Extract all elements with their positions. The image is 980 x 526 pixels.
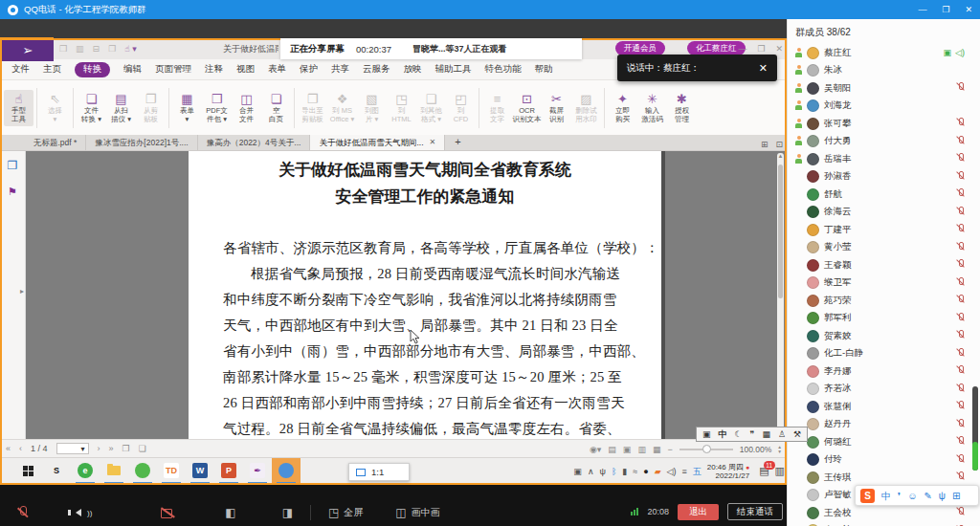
- member-row[interactable]: 化工-白静: [788, 345, 980, 363]
- ocr-text-button[interactable]: ⊡OCR识别文本: [512, 90, 542, 126]
- exit-button[interactable]: 退出: [678, 504, 719, 520]
- foxit-logo-icon[interactable]: ➢: [0, 37, 54, 61]
- ribbon-tab-11[interactable]: 云服务: [363, 63, 390, 76]
- sogou-toolbox-icon[interactable]: ⊞: [952, 491, 960, 501]
- network-icon[interactable]: ≡: [681, 467, 686, 476]
- scrollbar-thumb[interactable]: [778, 164, 783, 298]
- screenshot-ocr-button[interactable]: ✂截屏识别: [542, 90, 571, 126]
- sogou-punct-icon[interactable]: ❜: [898, 491, 901, 501]
- to-ms-office-button[interactable]: ❖到 MSOffice ▾: [327, 90, 357, 126]
- to-html-button[interactable]: ◳到HTML: [387, 90, 416, 126]
- sogou-lang-chinese[interactable]: 中: [881, 491, 891, 501]
- page-thumbnails-icon[interactable]: ❐: [8, 159, 18, 172]
- file-explorer[interactable]: [100, 458, 128, 484]
- wechat[interactable]: [128, 458, 157, 484]
- ribbon-tab-7[interactable]: 视图: [236, 63, 255, 76]
- close-icon[interactable]: ✕: [965, 5, 972, 14]
- member-row[interactable]: 徐海云: [788, 204, 980, 222]
- document-tab-2[interactable]: 豫冰雪应指办[2022]1号....: [86, 135, 197, 150]
- minimize-icon[interactable]: —: [918, 5, 926, 14]
- to-other-format-button[interactable]: ❑到其他格式 ▾: [416, 90, 446, 126]
- camera-button[interactable]: [161, 508, 175, 518]
- share-screen-button[interactable]: ◧: [225, 506, 235, 519]
- ribbon-tab-14[interactable]: 特色功能: [485, 63, 522, 76]
- merge-files-button[interactable]: ◫合并文件: [232, 90, 261, 126]
- restore-icon[interactable]: ❐: [942, 5, 949, 14]
- save-icon[interactable]: ▥: [76, 44, 84, 54]
- speaker-button[interactable]: )): [68, 509, 92, 517]
- document-tab-1[interactable]: 无标题.pdf *: [25, 135, 86, 150]
- last-page-icon[interactable]: »: [109, 444, 114, 453]
- document-tab-3[interactable]: 豫高办（2022）4号关于...: [198, 135, 311, 150]
- sogou-emoji-icon[interactable]: ☺: [907, 491, 917, 501]
- tab-close-icon[interactable]: ✕: [430, 135, 436, 150]
- account-button[interactable]: 化工蔡庄红: [687, 41, 746, 55]
- pdf-minimize-icon[interactable]: —: [738, 44, 746, 54]
- end-call-button[interactable]: 结束通话: [727, 503, 783, 520]
- sogou-logo-icon[interactable]: S: [860, 489, 875, 503]
- ribbon-tab-5[interactable]: 页面管理: [155, 63, 191, 76]
- member-row[interactable]: 苑巧荣: [788, 292, 980, 310]
- ime-tools-icon[interactable]: ⚒: [793, 429, 801, 439]
- tongdaxin-td[interactable]: TD: [157, 458, 186, 484]
- ribbon-tab-4[interactable]: 编辑: [123, 63, 142, 76]
- battery-icon[interactable]: ▮: [622, 467, 627, 476]
- foxit-pdf[interactable]: ✒: [243, 458, 272, 484]
- wegame-icon[interactable]: 五: [693, 467, 702, 476]
- page-fit-icon[interactable]: ⊡: [775, 140, 783, 149]
- fd-tray-icon[interactable]: ▰: [655, 467, 661, 476]
- rotate-view-icon[interactable]: ◉▾: [590, 445, 601, 454]
- ribbon-tab-6[interactable]: 注释: [205, 63, 223, 76]
- open-file-icon[interactable]: ❒: [59, 44, 67, 54]
- member-row[interactable]: 付玲: [788, 451, 980, 470]
- blank-page-button[interactable]: ❏空白页: [261, 90, 291, 126]
- fullscreen-button[interactable]: ◳ 全屏: [328, 506, 363, 519]
- member-row[interactable]: 贺素姣: [788, 327, 980, 345]
- form-button[interactable]: ▦表单▾: [172, 90, 202, 126]
- member-row[interactable]: 付大勇: [788, 133, 980, 151]
- member-row[interactable]: 赵丹丹: [788, 416, 980, 434]
- member-row[interactable]: 李丹娜: [788, 362, 980, 381]
- file-convert-button[interactable]: ❏文件转换 ▾: [77, 90, 106, 126]
- new-tab-button[interactable]: +: [455, 135, 460, 150]
- ribbon-tab-10[interactable]: 共享: [331, 63, 349, 76]
- view-mode-3-icon[interactable]: ▥: [637, 445, 646, 454]
- member-row[interactable]: 朱冰: [788, 62, 980, 80]
- ime-softkeyboard-icon[interactable]: ▦: [762, 429, 770, 439]
- ribbon-tab-9[interactable]: 保护: [300, 63, 318, 76]
- member-row[interactable]: 郭军利: [788, 310, 980, 328]
- member-row[interactable]: 舒航: [788, 186, 980, 204]
- export-clipboard-button[interactable]: ❐导出至剪贴板: [298, 90, 327, 126]
- view-mode-1-icon[interactable]: ▤: [608, 445, 616, 454]
- member-row[interactable]: 何璐红: [788, 433, 980, 451]
- member-row[interactable]: 张慧俐: [788, 398, 980, 416]
- open-membership-button[interactable]: 开通会员: [615, 41, 665, 55]
- next-page-icon[interactable]: ›: [98, 444, 100, 453]
- select-tool-button[interactable]: ⇖选择▾: [40, 90, 70, 126]
- ime-fullhalf-icon[interactable]: ☾: [735, 429, 743, 439]
- member-row[interactable]: 吴朝阳: [788, 79, 980, 98]
- ribbon-tab-3[interactable]: 转换: [75, 62, 110, 77]
- sogou-input-app[interactable]: S: [42, 458, 71, 484]
- sidebar-scrollbar[interactable]: [972, 386, 978, 471]
- single-page-view-icon[interactable]: ❐: [122, 444, 130, 453]
- toast-close-icon[interactable]: ✕: [759, 62, 768, 75]
- ribbon-tab-8[interactable]: 表单: [268, 63, 286, 76]
- member-row[interactable]: 王传琪: [788, 469, 980, 487]
- bluetooth-icon[interactable]: ᛒ: [612, 467, 616, 476]
- member-row[interactable]: 齐若冰: [788, 381, 980, 399]
- pdf-package-button[interactable]: ❒PDF文件包 ▾: [202, 90, 232, 126]
- document-scrollbar[interactable]: ▲: [777, 153, 784, 436]
- print-icon[interactable]: ⊟: [93, 44, 100, 54]
- pip-button[interactable]: ◫ 画中画: [395, 506, 439, 519]
- prev-page-icon[interactable]: ‹: [19, 444, 22, 453]
- grid-view-icon[interactable]: ⊞: [761, 140, 768, 149]
- browser-360[interactable]: e: [71, 458, 100, 484]
- hand-mode-icon[interactable]: ☝ ▾: [124, 44, 137, 54]
- member-row[interactable]: 王会校: [788, 504, 980, 522]
- member-row[interactable]: 张凤兰: [788, 522, 980, 526]
- zoom-slider[interactable]: [679, 449, 733, 450]
- mute-mic-button[interactable]: [17, 506, 28, 519]
- member-row[interactable]: 王睿颖: [788, 256, 980, 274]
- start-button[interactable]: [13, 458, 42, 484]
